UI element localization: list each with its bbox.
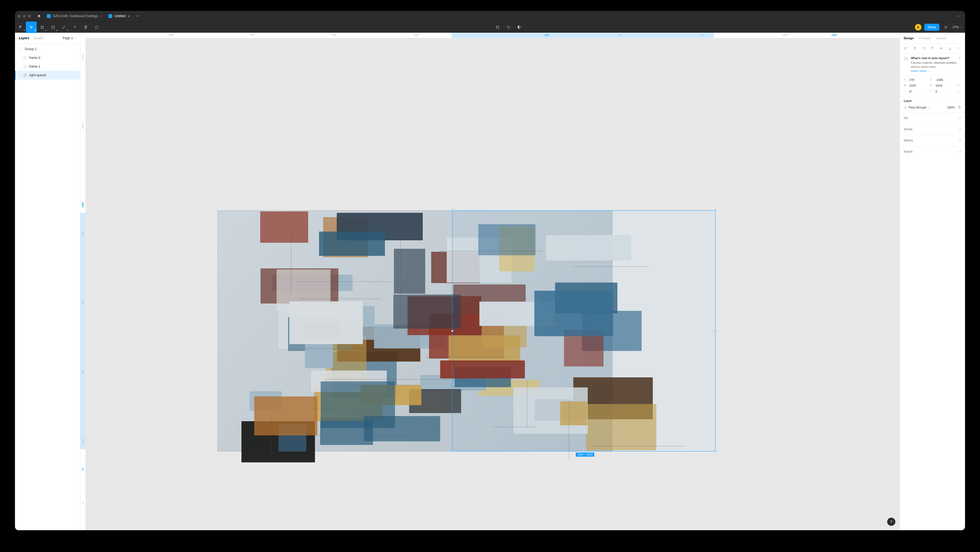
close-tab-button[interactable]: × [128, 14, 130, 18]
group-icon [19, 47, 22, 51]
file-tab[interactable]: Untitled× [106, 12, 132, 20]
align-hcenter-icon [913, 46, 917, 50]
layer-row[interactable]: frame-1 [15, 62, 80, 71]
ruler-tick: 1302 [831, 34, 837, 37]
visibility-toggle[interactable] [958, 105, 961, 110]
zoom-control[interactable]: 37% [953, 26, 962, 29]
blend-icon [904, 106, 907, 109]
selection-handle[interactable] [451, 330, 453, 332]
rotation-value[interactable]: 0° [909, 90, 928, 93]
page-selector[interactable]: Page 1 [63, 36, 76, 40]
add-effect-button[interactable]: + [959, 138, 961, 142]
ruler-tick: 750 [700, 34, 705, 37]
effects-section[interactable]: Effects+ [900, 135, 965, 146]
design-tab[interactable]: Design [904, 37, 914, 40]
selection-handle[interactable] [451, 209, 453, 211]
user-avatar[interactable]: K [915, 24, 921, 30]
window-controls[interactable] [18, 15, 31, 18]
learn-more-link[interactable]: Learn more → [911, 69, 930, 72]
text-tool-button[interactable] [69, 22, 80, 33]
add-export-button[interactable]: + [959, 149, 961, 154]
whats-new-card: What's new in auto layout? Canvas contro… [904, 56, 961, 72]
add-stroke-button[interactable]: + [959, 127, 961, 131]
align-hcenter-button[interactable] [913, 46, 917, 51]
hand-tool-button[interactable] [80, 22, 91, 33]
pen-tool-button[interactable] [59, 22, 69, 33]
layer-row[interactable]: Group 1 [15, 45, 80, 53]
canvas[interactable]: 1024 × 1024 ? [86, 38, 900, 530]
create-component-button[interactable] [504, 22, 513, 33]
mask-button[interactable] [515, 22, 524, 33]
comment-tool-button[interactable] [91, 22, 102, 33]
w-value[interactable]: 1024 [909, 84, 928, 87]
ruler-tick: -1500 [81, 123, 84, 130]
frame-tool-button[interactable] [37, 22, 48, 33]
constrain-proportions-button[interactable] [956, 84, 961, 88]
align-right-icon [922, 46, 926, 50]
maximize-window-icon[interactable] [28, 15, 31, 18]
horizontal-ruler[interactable]: -1000-750-500-25002785007501000130215001… [80, 33, 900, 38]
selection-handle[interactable] [714, 209, 716, 211]
minimize-window-icon[interactable] [23, 15, 26, 18]
ruler-tick: -250 [414, 34, 418, 37]
frame-icon [40, 25, 45, 29]
close-tab-button[interactable]: × [100, 14, 103, 18]
distribute-button[interactable] [956, 46, 961, 51]
add-fill-button[interactable]: + [959, 116, 961, 120]
plus-icon [136, 14, 139, 18]
align-bottom-button[interactable] [948, 46, 953, 51]
assets-tab[interactable]: Assets [34, 36, 43, 40]
present-button[interactable] [942, 24, 950, 31]
x-value[interactable]: 278 [909, 78, 928, 81]
selection-handle[interactable] [583, 209, 585, 211]
align-left-button[interactable] [904, 46, 909, 51]
align-top-button[interactable] [930, 46, 935, 51]
layer-row[interactable]: frame-2 [15, 53, 80, 62]
h-label: H [930, 84, 934, 87]
ruler-tick: -750 [250, 34, 255, 37]
svg-point-1 [958, 16, 958, 16]
vertical-ruler[interactable]: -1750-1500-1095-1000-750-500-250-710250 [80, 38, 86, 530]
edit-object-button[interactable] [493, 22, 502, 33]
prototype-tab[interactable]: Prototype [919, 37, 932, 40]
stroke-section[interactable]: Stroke+ [900, 124, 965, 135]
new-tab-button[interactable] [134, 12, 141, 20]
opacity-value[interactable]: 100% [947, 106, 955, 109]
selection-handle[interactable] [714, 450, 716, 452]
layer-name: right-spacer [29, 73, 46, 77]
inspect-tab[interactable]: Inspect [937, 37, 946, 40]
rect-icon [23, 73, 27, 77]
close-window-icon[interactable] [18, 15, 21, 18]
overflow-menu-button[interactable] [954, 12, 962, 20]
selection-handle[interactable] [583, 450, 585, 452]
align-vcenter-button[interactable] [939, 46, 944, 51]
layers-tab[interactable]: Layers [19, 36, 29, 40]
blend-mode-select[interactable]: Pass through [904, 106, 930, 109]
dismiss-info-button[interactable] [958, 56, 961, 60]
info-title: What's new in auto layout? [911, 56, 961, 60]
independent-corners-button[interactable] [956, 89, 961, 93]
h-value[interactable]: 1024 [935, 84, 955, 87]
share-button[interactable]: Share [924, 24, 939, 31]
export-section[interactable]: Export+ [900, 146, 965, 157]
rectangle-icon [51, 26, 55, 29]
ruler-tick: -1000 [168, 34, 174, 37]
file-tab[interactable]: KZN-5246: Dashboard Settings× [45, 12, 105, 20]
align-top-icon [931, 46, 934, 50]
fill-section[interactable]: Fill+ [900, 113, 965, 124]
move-tool-button[interactable] [26, 22, 37, 33]
y-value[interactable]: -1095 [935, 78, 955, 81]
shape-tool-button[interactable] [48, 22, 59, 33]
selection-handle[interactable] [714, 330, 716, 332]
home-button[interactable] [35, 12, 43, 20]
main-menu-button[interactable] [15, 22, 26, 33]
radius-value[interactable]: 0 [935, 90, 955, 93]
align-right-button[interactable] [921, 46, 926, 51]
cursor-icon [29, 26, 33, 29]
layer-row[interactable]: right-spacer [15, 71, 80, 80]
selection-handle[interactable] [451, 450, 453, 452]
selection-box[interactable] [452, 211, 716, 451]
mask-icon [517, 25, 521, 29]
help-button[interactable]: ? [887, 518, 895, 526]
ruler-tick: 0 [495, 34, 497, 37]
